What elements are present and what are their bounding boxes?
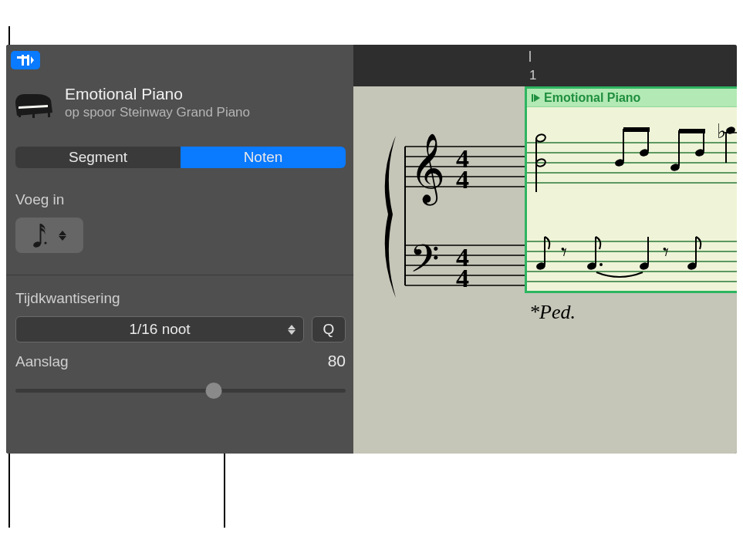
bar-number: 1 (529, 68, 536, 83)
velocity-value: 80 (328, 352, 346, 370)
quantize-value-dropdown[interactable]: 1/16 noot (15, 316, 304, 342)
tab-notes[interactable]: Noten (181, 147, 346, 168)
quantize-section: Tijdkwantisering 1/16 noot Q (15, 290, 346, 342)
region-play-icon (532, 94, 541, 102)
quantize-value-text: 1/16 noot (129, 321, 190, 338)
region-name-text: Emotional Piano (544, 91, 640, 105)
svg-text:𝄞: 𝄞 (410, 133, 445, 206)
svg-rect-0 (19, 110, 21, 117)
view-mode-tabs: Segment Noten (15, 147, 346, 168)
region-header: Emotional Piano op spoor Steinway Grand … (14, 85, 346, 120)
inspector-panel: Emotional Piano op spoor Steinway Grand … (6, 45, 353, 454)
sixteenth-note-icon (32, 222, 48, 248)
svg-text:♭: ♭ (717, 120, 726, 143)
staff-system-prefix: 𝄞 𝄢 4 4 4 4 (373, 128, 525, 305)
region-title-bar[interactable]: Emotional Piano (527, 89, 737, 107)
svg-rect-1 (48, 108, 50, 117)
stepper-chevrons (59, 231, 66, 241)
svg-point-56 (599, 263, 603, 266)
velocity-label: Aanslag (15, 353, 69, 370)
filter-icon (17, 55, 34, 66)
pedal-marking: *Ped. (529, 301, 576, 324)
filter-button[interactable] (11, 51, 40, 69)
midi-region[interactable]: Emotional Piano (525, 86, 737, 293)
svg-text:𝄢: 𝄢 (410, 238, 440, 289)
velocity-slider[interactable] (15, 389, 346, 393)
tab-segment[interactable]: Segment (15, 147, 181, 168)
note-value-selector[interactable] (15, 218, 83, 253)
score-area[interactable]: 1 (353, 45, 737, 454)
svg-rect-23 (532, 94, 533, 102)
insert-label: Voeg in (15, 191, 346, 208)
piano-icon (14, 86, 54, 119)
svg-point-47 (725, 126, 736, 135)
svg-rect-41 (623, 127, 650, 132)
region-subtitle: op spoor Steinway Grand Piano (65, 105, 250, 120)
bar-tick (529, 51, 531, 62)
svg-text:𝄾: 𝄾 (561, 248, 567, 257)
velocity-slider-thumb[interactable] (205, 383, 221, 399)
quantize-apply-button[interactable]: Q (312, 316, 346, 342)
editor-window: Emotional Piano op spoor Steinway Grand … (6, 45, 737, 454)
quantize-label: Tijdkwantisering (15, 290, 346, 307)
region-title: Emotional Piano (65, 85, 250, 103)
svg-text:𝄾: 𝄾 (663, 248, 669, 257)
insert-section: Voeg in (15, 191, 346, 253)
svg-rect-2 (32, 111, 35, 118)
svg-text:4: 4 (456, 165, 469, 194)
section-divider (6, 275, 353, 275)
svg-rect-46 (679, 129, 705, 133)
svg-text:4: 4 (456, 264, 469, 292)
svg-point-5 (44, 241, 46, 244)
timeline-ruler[interactable]: 1 (353, 45, 737, 86)
velocity-section: Aanslag 80 (15, 352, 346, 393)
svg-point-34 (535, 133, 546, 143)
stepper-chevrons (288, 325, 296, 335)
region-notation: ♭ 𝄾 (527, 107, 737, 294)
